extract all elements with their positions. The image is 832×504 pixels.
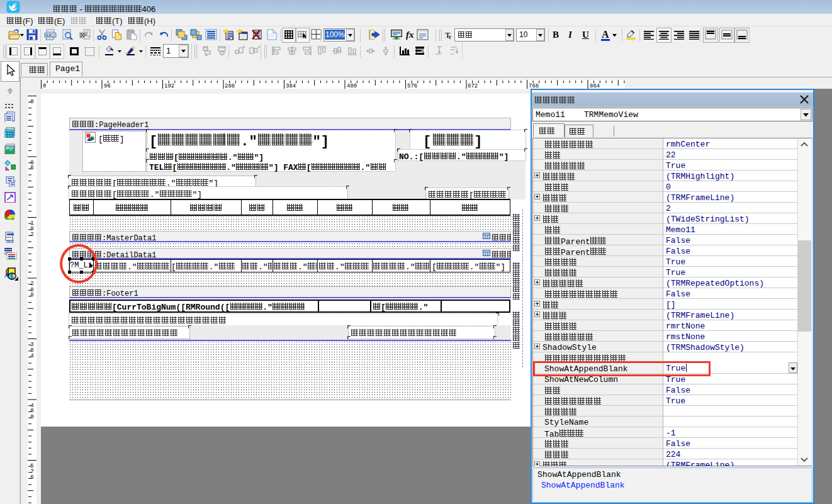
svg-text:2: 2 bbox=[30, 281, 33, 287]
svg-text:6: 6 bbox=[30, 474, 33, 481]
svg-text:480: 480 bbox=[347, 83, 357, 89]
svg-text:OLE: OLE bbox=[6, 240, 14, 243]
svg-text:A: A bbox=[4, 271, 9, 279]
svg-text:864: 864 bbox=[590, 83, 600, 89]
svg-text:2: 2 bbox=[30, 232, 33, 238]
svg-text:96: 96 bbox=[104, 83, 111, 89]
svg-text:672: 672 bbox=[468, 83, 478, 89]
svg-text:288: 288 bbox=[225, 83, 235, 89]
svg-text:0: 0 bbox=[43, 83, 46, 89]
svg-text:8: 8 bbox=[30, 408, 33, 414]
svg-text:6: 6 bbox=[30, 165, 33, 171]
svg-text:r: r bbox=[449, 33, 452, 40]
svg-text:384: 384 bbox=[286, 83, 296, 89]
svg-text:576: 576 bbox=[407, 83, 417, 89]
svg-text:192: 192 bbox=[164, 83, 174, 89]
svg-text:0: 0 bbox=[30, 99, 33, 105]
svg-text:0: 0 bbox=[30, 414, 33, 420]
svg-text:768: 768 bbox=[529, 83, 539, 89]
svg-text:8: 8 bbox=[30, 292, 33, 298]
svg-text:4: 4 bbox=[30, 353, 33, 359]
